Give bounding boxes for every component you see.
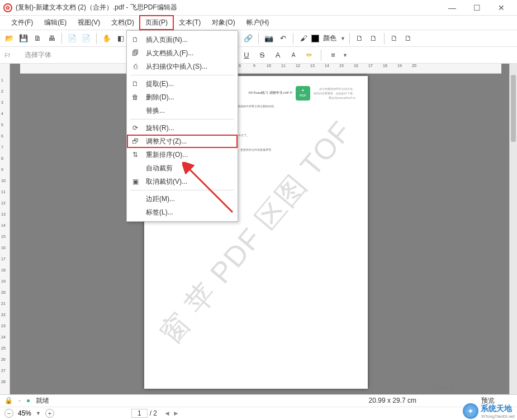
menu-page[interactable]: 页面(P) — [140, 16, 173, 30]
camera-icon[interactable]: 📷 — [263, 32, 275, 45]
menu-replace-label: 替换... — [146, 106, 165, 116]
page-dimensions: 20.99 x 29.7 cm — [369, 397, 416, 404]
open-icon[interactable]: 📂 — [3, 32, 16, 45]
font-toolbar: Ff 选择字体 U S A A ✏ ≡ ▼ — [0, 47, 517, 64]
menu-scanner-label: 从扫描仪中插入(S)... — [146, 62, 207, 71]
link-icon[interactable]: 🔗 — [242, 32, 254, 45]
menu-insert-page[interactable]: 🗋 插入页面(N)... — [127, 33, 238, 46]
page-menu-dropdown: 🗋 插入页面(N)... 🗐 从文档插入(F)... ⎙ 从扫描仪中插入(S).… — [126, 30, 238, 222]
zoom-value: 45% — [18, 409, 31, 417]
page-add2-icon[interactable]: 🗋 — [368, 32, 380, 45]
toolbar-main: 📂 💾 🗎 🖶 📄 📄 ✋ ◧ 🔗 📷 ↶ 🖌 颜色 ▼ 🗋 🗋 🗋 🗋 — [0, 30, 517, 47]
app-icon: ✿ — [3, 3, 12, 12]
saveas-icon[interactable]: 🗎 — [31, 32, 44, 45]
page-ext-icon[interactable]: 🗋 — [388, 32, 401, 45]
rotate-icon: ⟳ — [130, 123, 140, 133]
page-prev-button[interactable]: ◄ — [164, 409, 170, 417]
uncrop-icon: ▣ — [130, 176, 140, 187]
menu-insert-from-scanner[interactable]: ⎙ 从扫描仪中插入(S)... — [127, 60, 238, 73]
brand-watermark: ✦ 系统天地 XiTongTianDi.net — [463, 403, 515, 419]
menu-uncrop-label: 取消裁切(V)... — [146, 177, 187, 187]
lock-icon: 🔒 — [4, 397, 13, 404]
menu-reorder[interactable]: ⇅ 重新排序(O)... — [127, 148, 238, 161]
menu-uncrop[interactable]: ▣ 取消裁切(V)... — [127, 175, 238, 188]
menu-autocrop[interactable]: 自动裁剪 — [127, 161, 238, 175]
brush-icon[interactable]: 🖌 — [297, 32, 310, 45]
menu-bar: 文件(F) 编辑(E) 视图(V) 文档(D) 页面(P) 文本(T) 对象(O… — [0, 16, 517, 30]
page2-icon[interactable]: 📄 — [80, 32, 92, 45]
zoom-in-button[interactable]: + — [45, 409, 54, 418]
title-bar: ✿ (复制)-新建文本文档 (2)（合并）.pdf - 飞思PDF编辑器 — ☐… — [0, 0, 517, 16]
vertical-scrollbar[interactable] — [509, 64, 517, 394]
reorder-icon: ⇅ — [130, 150, 140, 160]
underline-icon[interactable]: U — [240, 49, 253, 61]
status-bar: 🔒 - ● 就绪 20.99 x 29.7 cm 预览 − 45% ▼ + 1 … — [0, 394, 517, 420]
color-swatch[interactable] — [311, 35, 319, 42]
menu-extract[interactable]: 🗋 提取(E)... — [127, 77, 238, 90]
scroll-thumb[interactable] — [511, 75, 516, 142]
brand-logo-icon: ✦ — [463, 403, 478, 419]
status-dot: ● — [26, 397, 30, 404]
ruler-vertical: 1 2 3 4 5 6 7 8 9 10 11 12 13 14 15 16 1… — [0, 64, 10, 394]
menu-document[interactable]: 文档(D) — [106, 16, 140, 30]
menu-delete-label: 删除(D)... — [146, 93, 174, 102]
menu-label-label: 标签(L)... — [146, 208, 173, 217]
ruler-horizontal: 2 3 4 5 6 7 8 9 10 11 12 13 14 15 16 17 … — [20, 64, 501, 74]
page-add-icon[interactable]: 🗋 — [354, 32, 366, 45]
menu-margin-label: 边距(M)... — [146, 194, 175, 204]
font-selector[interactable]: 选择字体 — [25, 50, 51, 60]
menu-account[interactable]: 帐户(H) — [241, 16, 275, 30]
line-spacing-icon[interactable]: ≡ — [327, 49, 339, 61]
save-icon[interactable]: 💾 — [17, 32, 30, 45]
menu-object[interactable]: 对象(O) — [206, 16, 240, 30]
status-ready: 就绪 — [36, 396, 49, 405]
menu-delete[interactable]: 🗑 删除(D)... — [127, 90, 238, 104]
doc-insert-icon: 🗐 — [130, 48, 140, 58]
superscript-icon[interactable]: A — [272, 49, 284, 61]
strike-icon[interactable]: S — [256, 49, 268, 61]
undo-icon[interactable]: ↶ — [277, 32, 289, 45]
resize-icon: 🗗 — [130, 136, 140, 146]
page-counter: 1 / 2 ◄ ► — [131, 409, 179, 418]
zoom-out-button[interactable]: − — [4, 409, 13, 418]
highlight-icon[interactable]: ✏ — [303, 49, 315, 61]
menu-autocrop-label: 自动裁剪 — [146, 164, 173, 173]
menu-margin[interactable]: 边距(M)... — [127, 192, 238, 206]
tool-icon[interactable]: ◧ — [115, 32, 127, 45]
menu-label[interactable]: 标签(L)... — [127, 206, 238, 219]
print-icon[interactable]: 🖶 — [45, 32, 58, 45]
menu-reorder-label: 重新排序(O)... — [146, 150, 188, 160]
page-header-title: KF.Fixed练习 调整中文+HF P — [249, 90, 292, 96]
page-next-button[interactable]: ► — [173, 409, 179, 417]
menu-insert-page-label: 插入页面(N)... — [146, 35, 188, 45]
extract-icon: 🗋 — [130, 79, 140, 89]
menu-insert-from-doc[interactable]: 🗐 从文档插入(F)... — [127, 46, 238, 60]
minimize-button[interactable]: — — [440, 1, 464, 15]
color-label: 颜色 — [323, 34, 336, 43]
menu-insert-from-doc-label: 从文档插入(F)... — [146, 49, 193, 58]
pdf-badge-icon: ▲ PDF — [296, 86, 310, 101]
faded-watermark: 下载时间 — [429, 384, 456, 393]
page-plus-icon: 🗋 — [130, 35, 140, 45]
menu-edit[interactable]: 编辑(E) — [39, 16, 72, 30]
hand-icon[interactable]: ✋ — [101, 32, 113, 45]
delete-icon: 🗑 — [130, 92, 140, 102]
close-button[interactable]: ✕ — [489, 1, 514, 15]
menu-resize[interactable]: 🗗 调整尺寸(Z)... — [127, 135, 238, 148]
sup2-icon[interactable]: A — [287, 49, 300, 61]
menu-text[interactable]: 文本(T) — [173, 16, 206, 30]
menu-replace[interactable]: 替换... — [127, 104, 238, 117]
page-icon[interactable]: 📄 — [66, 32, 78, 45]
page-current[interactable]: 1 — [131, 409, 148, 418]
menu-rotate[interactable]: ⟳ 旋转(R)... — [127, 121, 238, 135]
font-icon: Ff — [4, 52, 10, 59]
canvas[interactable]: 2 3 4 5 6 7 8 9 10 11 12 13 14 15 16 17 … — [10, 64, 509, 394]
page-del-icon[interactable]: 🗋 — [402, 32, 415, 45]
maximize-button[interactable]: ☐ — [464, 1, 489, 15]
workspace: 1 2 3 4 5 6 7 8 9 10 11 12 13 14 15 16 1… — [0, 64, 517, 394]
window-title: (复制)-新建文本文档 (2)（合并）.pdf - 飞思PDF编辑器 — [16, 3, 440, 12]
menu-file[interactable]: 文件(F) — [6, 16, 39, 30]
menu-extract-label: 提取(E)... — [146, 79, 174, 89]
menu-view[interactable]: 视图(V) — [72, 16, 106, 30]
menu-resize-label: 调整尺寸(Z)... — [146, 137, 187, 146]
